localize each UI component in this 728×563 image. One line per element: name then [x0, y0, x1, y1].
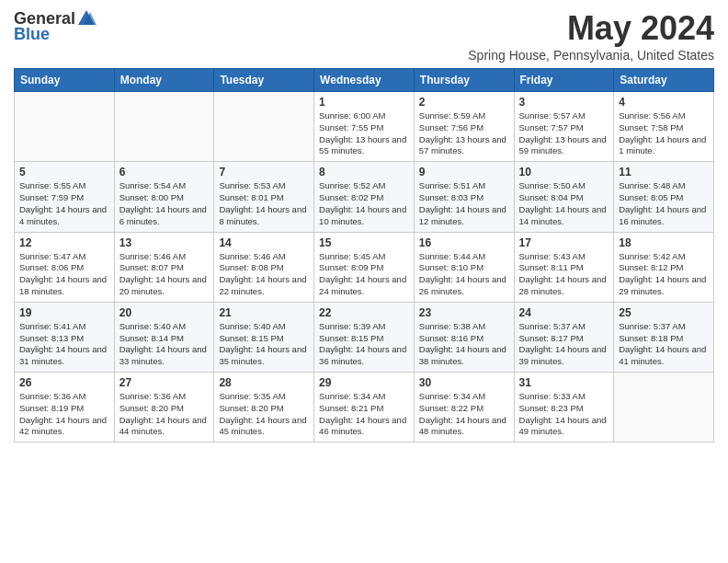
calendar-cell: 10Sunrise: 5:50 AMSunset: 8:04 PMDayligh… — [514, 162, 614, 232]
location-subtitle: Spring House, Pennsylvania, United State… — [468, 48, 714, 63]
day-info: Sunrise: 5:33 AMSunset: 8:23 PMDaylight:… — [519, 391, 609, 438]
day-number: 23 — [419, 306, 509, 319]
calendar-cell: 31Sunrise: 5:33 AMSunset: 8:23 PMDayligh… — [514, 373, 614, 442]
calendar-cell — [214, 92, 314, 162]
calendar-cell: 5Sunrise: 5:55 AMSunset: 7:59 PMDaylight… — [15, 162, 115, 232]
calendar-cell: 11Sunrise: 5:48 AMSunset: 8:05 PMDayligh… — [614, 162, 714, 232]
day-number: 19 — [19, 306, 109, 319]
weekday-header-friday: Friday — [514, 69, 614, 92]
day-info: Sunrise: 5:46 AMSunset: 8:08 PMDaylight:… — [219, 251, 309, 298]
calendar-week-row: 26Sunrise: 5:36 AMSunset: 8:19 PMDayligh… — [15, 373, 714, 442]
calendar-cell: 18Sunrise: 5:42 AMSunset: 8:12 PMDayligh… — [614, 232, 714, 302]
calendar-cell — [114, 92, 214, 162]
calendar-table: SundayMondayTuesdayWednesdayThursdayFrid… — [14, 68, 714, 442]
calendar-cell: 2Sunrise: 5:59 AMSunset: 7:56 PMDaylight… — [414, 92, 514, 162]
calendar-cell: 7Sunrise: 5:53 AMSunset: 8:01 PMDaylight… — [214, 162, 314, 232]
header: General Blue May 2024 Spring House, Penn… — [14, 9, 714, 63]
day-info: Sunrise: 5:54 AMSunset: 8:00 PMDaylight:… — [119, 180, 210, 227]
day-info: Sunrise: 5:39 AMSunset: 8:15 PMDaylight:… — [319, 321, 409, 368]
day-number: 3 — [519, 96, 609, 109]
calendar-cell: 26Sunrise: 5:36 AMSunset: 8:19 PMDayligh… — [15, 373, 115, 442]
day-info: Sunrise: 5:52 AMSunset: 8:02 PMDaylight:… — [319, 180, 409, 227]
day-number: 16 — [419, 236, 509, 249]
calendar-cell — [15, 92, 115, 162]
day-info: Sunrise: 5:44 AMSunset: 8:10 PMDaylight:… — [419, 251, 509, 298]
logo: General Blue — [14, 9, 97, 44]
day-number: 27 — [119, 376, 210, 389]
day-info: Sunrise: 5:34 AMSunset: 8:21 PMDaylight:… — [319, 391, 409, 438]
day-number: 4 — [619, 96, 709, 109]
day-info: Sunrise: 5:59 AMSunset: 7:56 PMDaylight:… — [419, 110, 509, 157]
calendar-cell: 24Sunrise: 5:37 AMSunset: 8:17 PMDayligh… — [514, 302, 614, 372]
calendar-cell — [614, 373, 714, 442]
title-area: May 2024 Spring House, Pennsylvania, Uni… — [468, 9, 714, 63]
day-info: Sunrise: 5:41 AMSunset: 8:13 PMDaylight:… — [19, 321, 109, 368]
day-number: 18 — [619, 236, 709, 249]
day-info: Sunrise: 5:40 AMSunset: 8:14 PMDaylight:… — [119, 321, 210, 368]
weekday-header-saturday: Saturday — [614, 69, 714, 92]
calendar-cell: 27Sunrise: 5:36 AMSunset: 8:20 PMDayligh… — [114, 373, 214, 442]
day-number: 24 — [519, 306, 609, 319]
day-info: Sunrise: 5:36 AMSunset: 8:20 PMDaylight:… — [119, 391, 210, 438]
weekday-header-row: SundayMondayTuesdayWednesdayThursdayFrid… — [15, 69, 714, 92]
calendar-cell: 23Sunrise: 5:38 AMSunset: 8:16 PMDayligh… — [414, 302, 514, 372]
calendar-cell: 19Sunrise: 5:41 AMSunset: 8:13 PMDayligh… — [15, 302, 115, 372]
logo-icon — [76, 8, 97, 29]
day-number: 1 — [319, 96, 409, 109]
day-info: Sunrise: 5:43 AMSunset: 8:11 PMDaylight:… — [519, 251, 609, 298]
day-info: Sunrise: 5:37 AMSunset: 8:17 PMDaylight:… — [519, 321, 609, 368]
calendar-cell: 30Sunrise: 5:34 AMSunset: 8:22 PMDayligh… — [414, 373, 514, 442]
calendar-week-row: 1Sunrise: 6:00 AMSunset: 7:55 PMDaylight… — [15, 92, 714, 162]
weekday-header-tuesday: Tuesday — [214, 69, 314, 92]
calendar-cell: 1Sunrise: 6:00 AMSunset: 7:55 PMDaylight… — [314, 92, 415, 162]
calendar-cell: 17Sunrise: 5:43 AMSunset: 8:11 PMDayligh… — [514, 232, 614, 302]
day-number: 5 — [19, 166, 109, 178]
calendar-cell: 12Sunrise: 5:47 AMSunset: 8:06 PMDayligh… — [15, 232, 115, 302]
calendar-cell: 25Sunrise: 5:37 AMSunset: 8:18 PMDayligh… — [614, 302, 714, 372]
day-info: Sunrise: 5:34 AMSunset: 8:22 PMDaylight:… — [419, 391, 509, 438]
calendar-cell: 16Sunrise: 5:44 AMSunset: 8:10 PMDayligh… — [414, 232, 514, 302]
day-number: 17 — [519, 236, 609, 249]
day-number: 21 — [219, 306, 309, 319]
day-number: 8 — [319, 166, 409, 178]
day-info: Sunrise: 5:37 AMSunset: 8:18 PMDaylight:… — [619, 321, 709, 368]
day-number: 30 — [419, 376, 509, 389]
calendar-week-row: 19Sunrise: 5:41 AMSunset: 8:13 PMDayligh… — [15, 302, 714, 372]
weekday-header-sunday: Sunday — [15, 69, 115, 92]
calendar-cell: 8Sunrise: 5:52 AMSunset: 8:02 PMDaylight… — [314, 162, 415, 232]
day-info: Sunrise: 5:46 AMSunset: 8:07 PMDaylight:… — [119, 251, 210, 298]
day-number: 6 — [119, 166, 210, 178]
day-info: Sunrise: 6:00 AMSunset: 7:55 PMDaylight:… — [319, 110, 409, 157]
calendar-cell: 20Sunrise: 5:40 AMSunset: 8:14 PMDayligh… — [114, 302, 214, 372]
calendar-cell: 29Sunrise: 5:34 AMSunset: 8:21 PMDayligh… — [314, 373, 415, 442]
day-number: 14 — [219, 236, 309, 249]
logo-blue: Blue — [14, 25, 50, 44]
day-info: Sunrise: 5:51 AMSunset: 8:03 PMDaylight:… — [419, 180, 509, 227]
day-info: Sunrise: 5:48 AMSunset: 8:05 PMDaylight:… — [619, 180, 709, 227]
day-info: Sunrise: 5:53 AMSunset: 8:01 PMDaylight:… — [219, 180, 309, 227]
calendar-cell: 6Sunrise: 5:54 AMSunset: 8:00 PMDaylight… — [114, 162, 214, 232]
day-info: Sunrise: 5:36 AMSunset: 8:19 PMDaylight:… — [19, 391, 109, 438]
day-number: 20 — [119, 306, 210, 319]
day-number: 11 — [619, 166, 709, 178]
day-info: Sunrise: 5:55 AMSunset: 7:59 PMDaylight:… — [19, 180, 109, 227]
calendar-cell: 9Sunrise: 5:51 AMSunset: 8:03 PMDaylight… — [414, 162, 514, 232]
weekday-header-monday: Monday — [114, 69, 214, 92]
calendar-cell: 28Sunrise: 5:35 AMSunset: 8:20 PMDayligh… — [214, 373, 314, 442]
day-info: Sunrise: 5:47 AMSunset: 8:06 PMDaylight:… — [19, 251, 109, 298]
day-number: 25 — [619, 306, 709, 319]
calendar-week-row: 5Sunrise: 5:55 AMSunset: 7:59 PMDaylight… — [15, 162, 714, 232]
day-info: Sunrise: 5:38 AMSunset: 8:16 PMDaylight:… — [419, 321, 509, 368]
day-number: 13 — [119, 236, 210, 249]
month-year-title: May 2024 — [468, 9, 714, 48]
day-number: 2 — [419, 96, 509, 109]
day-number: 12 — [19, 236, 109, 249]
day-number: 7 — [219, 166, 309, 178]
day-info: Sunrise: 5:56 AMSunset: 7:58 PMDaylight:… — [619, 110, 709, 157]
day-info: Sunrise: 5:45 AMSunset: 8:09 PMDaylight:… — [319, 251, 409, 298]
day-info: Sunrise: 5:57 AMSunset: 7:57 PMDaylight:… — [519, 110, 609, 157]
calendar-cell: 4Sunrise: 5:56 AMSunset: 7:58 PMDaylight… — [614, 92, 714, 162]
day-number: 29 — [319, 376, 409, 389]
day-number: 31 — [519, 376, 609, 389]
day-info: Sunrise: 5:50 AMSunset: 8:04 PMDaylight:… — [519, 180, 609, 227]
